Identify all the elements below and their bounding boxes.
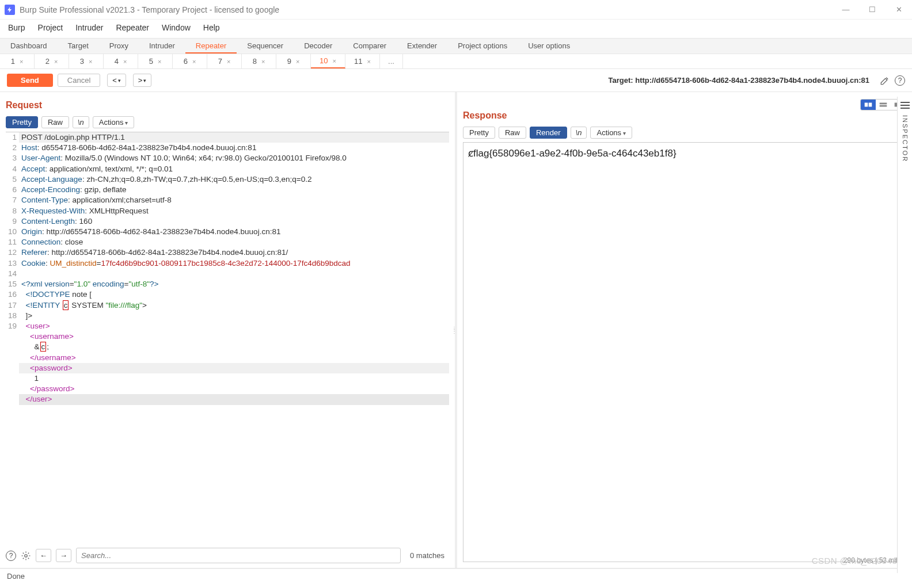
layout-split-vertical-icon[interactable] bbox=[861, 100, 876, 110]
request-line[interactable]: <username> bbox=[6, 331, 449, 342]
repeater-tab-6[interactable]: 6× bbox=[173, 54, 207, 68]
request-line[interactable]: </username> bbox=[6, 353, 449, 363]
close-icon[interactable]: × bbox=[89, 58, 92, 65]
minimize-button[interactable]: — bbox=[833, 0, 859, 20]
close-button[interactable]: ✕ bbox=[886, 0, 912, 20]
repeater-tab-9[interactable]: 9× bbox=[276, 54, 311, 68]
request-search-bar: ? ← → 0 matches bbox=[0, 543, 455, 568]
request-line[interactable]: <password> bbox=[6, 363, 449, 373]
response-viewtab-render[interactable]: Render bbox=[530, 127, 567, 139]
request-line[interactable]: 15<?xml version="1.0" encoding="utf-8"?> bbox=[6, 279, 449, 289]
request-editor[interactable]: 1POST /doLogin.php HTTP/1.12Host: d65547… bbox=[6, 132, 449, 543]
request-line[interactable]: 6Accept-Encoding: gzip, deflate bbox=[6, 185, 449, 195]
request-line[interactable]: 18 ]> bbox=[6, 311, 449, 321]
inspector-rail[interactable]: INSPECTOR bbox=[897, 97, 912, 573]
tab-target[interactable]: Target bbox=[58, 39, 99, 54]
repeater-tab-4[interactable]: 4× bbox=[104, 54, 138, 68]
gear-icon[interactable] bbox=[21, 551, 31, 561]
request-line[interactable]: 9Content-Length: 160 bbox=[6, 216, 449, 227]
tab-comparer[interactable]: Comparer bbox=[343, 39, 397, 54]
split-handle[interactable]: ⋮⋮ bbox=[451, 328, 457, 333]
edit-target-icon[interactable] bbox=[880, 75, 890, 86]
tab-dashboard[interactable]: Dashboard bbox=[0, 39, 58, 54]
help-icon[interactable]: ? bbox=[895, 75, 905, 86]
tab-user-options[interactable]: User options bbox=[518, 39, 580, 54]
close-icon[interactable]: × bbox=[192, 58, 196, 65]
close-icon[interactable]: × bbox=[123, 58, 127, 65]
maximize-button[interactable]: ☐ bbox=[859, 0, 886, 20]
close-icon[interactable]: × bbox=[261, 58, 265, 65]
request-line[interactable]: &c; bbox=[6, 342, 449, 352]
response-viewtab-n[interactable]: \n bbox=[571, 127, 587, 139]
send-button[interactable]: Send bbox=[7, 74, 53, 87]
request-line[interactable]: 16 <!DOCTYPE note [ bbox=[6, 289, 449, 300]
repeater-tab-10[interactable]: 10× bbox=[311, 54, 345, 68]
request-line[interactable]: 10Origin: http://d6554718-606b-4d62-84a1… bbox=[6, 227, 449, 237]
tab-proxy[interactable]: Proxy bbox=[99, 39, 139, 54]
request-line[interactable]: 12Referer: http://d6554718-606b-4d62-84a… bbox=[6, 247, 449, 258]
close-icon[interactable]: × bbox=[296, 58, 299, 65]
search-input[interactable] bbox=[76, 548, 401, 563]
svg-rect-1 bbox=[865, 103, 868, 107]
close-icon[interactable]: × bbox=[333, 58, 336, 64]
response-viewtab-raw[interactable]: Raw bbox=[499, 127, 526, 139]
search-next-icon[interactable]: → bbox=[56, 549, 71, 562]
request-line[interactable]: 19 <user> bbox=[6, 321, 449, 331]
history-forward-button[interactable]: >▾ bbox=[133, 74, 152, 87]
close-icon[interactable]: × bbox=[227, 58, 230, 65]
request-line[interactable]: 3User-Agent: Mozilla/5.0 (Windows NT 10.… bbox=[6, 153, 449, 163]
tab-extender[interactable]: Extender bbox=[397, 39, 447, 54]
menu-repeater[interactable]: Repeater bbox=[116, 23, 149, 32]
request-line[interactable]: 4Accept: application/xml, text/xml, */*;… bbox=[6, 164, 449, 174]
request-line[interactable]: 8X-Requested-With: XMLHttpRequest bbox=[6, 206, 449, 216]
response-viewtab-actions[interactable]: Actions bbox=[590, 127, 632, 139]
response-viewtab-pretty[interactable]: Pretty bbox=[463, 127, 495, 139]
close-icon[interactable]: × bbox=[158, 58, 161, 65]
svg-rect-2 bbox=[869, 103, 872, 107]
request-line[interactable]: 17 <!ENTITY c SYSTEM "file:///flag"> bbox=[6, 300, 449, 311]
layout-split-horizontal-icon[interactable] bbox=[876, 100, 891, 110]
request-viewtab-actions[interactable]: Actions bbox=[93, 116, 134, 128]
repeater-tab-more[interactable]: ... bbox=[380, 54, 403, 68]
repeater-tab-1[interactable]: 1× bbox=[0, 54, 35, 68]
close-icon[interactable]: × bbox=[367, 58, 371, 65]
request-line[interactable]: </password> bbox=[6, 384, 449, 394]
menu-help[interactable]: Help bbox=[203, 23, 220, 32]
request-line[interactable]: 14 bbox=[6, 269, 449, 279]
repeater-tab-3[interactable]: 3× bbox=[69, 54, 104, 68]
close-icon[interactable]: × bbox=[54, 58, 58, 65]
request-viewtab-pretty[interactable]: Pretty bbox=[6, 116, 38, 128]
repeater-tab-11[interactable]: 11× bbox=[345, 54, 380, 68]
request-line[interactable]: 13Cookie: UM_distinctid=17fc4d6b9bc901-0… bbox=[6, 258, 449, 269]
menu-window[interactable]: Window bbox=[162, 23, 191, 32]
repeater-tab-8[interactable]: 8× bbox=[242, 54, 276, 68]
repeater-sub-tabs: 1×2×3×4×5×6×7×8×9×10×11×... bbox=[0, 54, 912, 69]
tab-repeater[interactable]: Repeater bbox=[185, 39, 237, 54]
request-line[interactable]: 2Host: d6554718-606b-4d62-84a1-238823e7b… bbox=[6, 143, 449, 153]
request-line[interactable]: 11Connection: close bbox=[6, 237, 449, 247]
close-icon[interactable]: × bbox=[20, 58, 23, 65]
menu-project[interactable]: Project bbox=[38, 23, 63, 32]
request-line[interactable]: 1POST /doLogin.php HTTP/1.1 bbox=[6, 132, 449, 143]
search-prev-icon[interactable]: ← bbox=[36, 549, 51, 562]
tab-project-options[interactable]: Project options bbox=[447, 39, 518, 54]
request-viewtab-raw[interactable]: Raw bbox=[41, 116, 69, 128]
history-back-button[interactable]: <▾ bbox=[107, 74, 126, 87]
menu-burp[interactable]: Burp bbox=[8, 23, 25, 32]
request-line[interactable]: </user> bbox=[6, 394, 449, 404]
repeater-tab-5[interactable]: 5× bbox=[138, 54, 173, 68]
hamburger-icon[interactable] bbox=[900, 105, 910, 106]
tab-sequencer[interactable]: Sequencer bbox=[237, 39, 294, 54]
request-viewtab-n[interactable]: \n bbox=[73, 116, 89, 128]
repeater-tab-2[interactable]: 2× bbox=[35, 54, 69, 68]
request-line[interactable]: 7Content-Type: application/xml;charset=u… bbox=[6, 195, 449, 205]
menu-intruder[interactable]: Intruder bbox=[75, 23, 103, 32]
tab-intruder[interactable]: Intruder bbox=[139, 39, 185, 54]
request-line[interactable]: 1 bbox=[6, 373, 449, 384]
cancel-button[interactable]: Cancel bbox=[58, 74, 100, 87]
request-line[interactable]: 5Accept-Language: zh-CN,zh;q=0.8,zh-TW;q… bbox=[6, 174, 449, 185]
search-help-icon[interactable]: ? bbox=[6, 551, 16, 561]
repeater-tab-7[interactable]: 7× bbox=[207, 54, 242, 68]
title-bar: Burp Suite Professional v2021.3 - Tempor… bbox=[0, 0, 912, 20]
tab-decoder[interactable]: Decoder bbox=[294, 39, 343, 54]
